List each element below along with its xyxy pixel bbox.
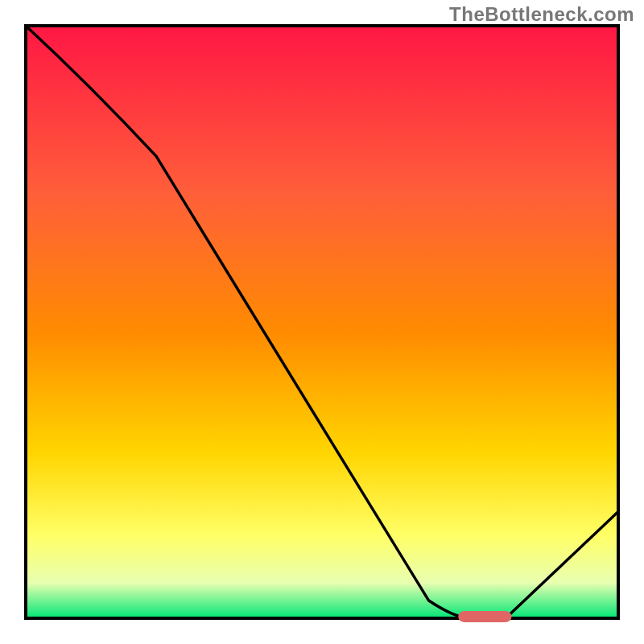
- chart-svg: [0, 0, 644, 644]
- optimal-range-marker: [458, 611, 511, 622]
- bottleneck-chart: TheBottleneck.com: [0, 0, 644, 644]
- gradient-background: [26, 26, 618, 618]
- plot-area: [26, 26, 618, 622]
- watermark-text: TheBottleneck.com: [449, 3, 634, 26]
